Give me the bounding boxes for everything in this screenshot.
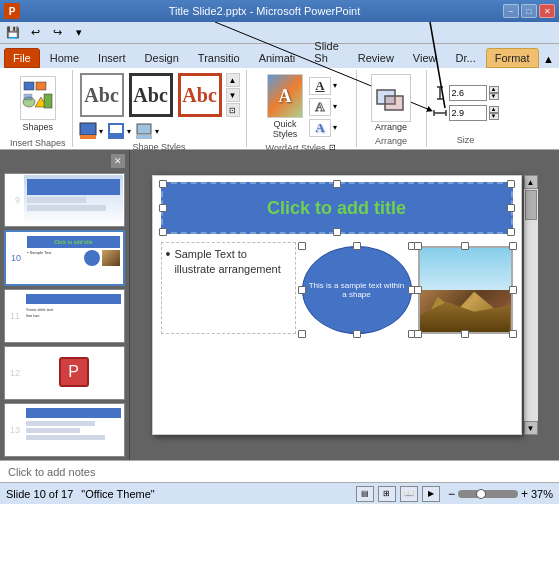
- svg-rect-10: [109, 124, 123, 134]
- quick-styles-label: QuickStyles: [273, 119, 298, 139]
- width-down[interactable]: ▼: [489, 113, 499, 120]
- scroll-thumb[interactable]: [525, 190, 537, 220]
- text-outline-arrow[interactable]: ▾: [333, 102, 337, 111]
- slide-circle-shape[interactable]: This is a sample text within a shape: [302, 246, 412, 334]
- shape-outline-arrow[interactable]: ▾: [127, 127, 131, 136]
- tab-animations[interactable]: Animati: [250, 48, 305, 68]
- tab-review[interactable]: Review: [349, 48, 403, 68]
- tab-home[interactable]: Home: [41, 48, 88, 68]
- handle-img-tr: [509, 242, 517, 250]
- slide-canvas[interactable]: Click to add title •: [152, 175, 522, 435]
- zoom-out-button[interactable]: −: [448, 487, 455, 501]
- svg-rect-7: [44, 94, 52, 108]
- tab-slideshow[interactable]: Slide Sh: [305, 36, 347, 68]
- slide-thumb-9[interactable]: 9: [4, 173, 125, 227]
- slide-text-box[interactable]: • Sample Text to illustrate arrangement: [161, 242, 296, 334]
- width-spinner[interactable]: ▲ ▼: [489, 106, 499, 120]
- customize-qat-button[interactable]: ▾: [70, 24, 88, 42]
- height-input[interactable]: [449, 85, 487, 101]
- normal-view-button[interactable]: ▤: [356, 486, 374, 502]
- scroll-up-button[interactable]: ▲: [524, 175, 538, 189]
- slide-sorter-button[interactable]: ⊞: [378, 486, 396, 502]
- shape-outline-button[interactable]: ▾: [107, 122, 131, 140]
- slide-image[interactable]: [418, 246, 513, 334]
- notes-bar[interactable]: Click to add notes: [0, 460, 559, 482]
- handle-circle-bl: [298, 330, 306, 338]
- panel-close-button[interactable]: ✕: [111, 154, 125, 168]
- text-effects-button[interactable]: A ▾: [309, 119, 337, 137]
- title-placeholder[interactable]: Click to add title: [161, 182, 513, 234]
- tab-transitions[interactable]: Transitio: [189, 48, 249, 68]
- slide-thumb-13[interactable]: 13: [4, 403, 125, 457]
- shape-style-outline[interactable]: Abc: [80, 73, 124, 117]
- width-icon: [433, 106, 447, 120]
- svg-rect-12: [137, 124, 151, 134]
- ribbon-collapse-button[interactable]: ▲: [540, 50, 558, 68]
- tab-file[interactable]: File: [4, 48, 40, 68]
- shape-style-filled[interactable]: Abc: [178, 73, 222, 117]
- ribbon-body: Shapes Insert Shapes Abc Abc Abc: [0, 68, 559, 150]
- shape-styles-section: Abc Abc Abc ▲ ▼ ⊡: [73, 70, 247, 147]
- height-spinner[interactable]: ▲ ▼: [489, 86, 499, 100]
- tab-design[interactable]: Design: [136, 48, 188, 68]
- height-down[interactable]: ▼: [489, 93, 499, 100]
- shapes-button[interactable]: Shapes: [16, 74, 60, 134]
- handle-img-bc: [461, 330, 469, 338]
- minimize-button[interactable]: −: [503, 4, 519, 18]
- slide-thumb-10[interactable]: 10 Click to add title • Sample Text: [4, 230, 125, 286]
- app-icon: P: [4, 3, 20, 19]
- scroll-down-button[interactable]: ▼: [524, 421, 538, 435]
- img-sky: [420, 248, 511, 290]
- height-up[interactable]: ▲: [489, 86, 499, 93]
- slide-thumb-12[interactable]: 12 P: [4, 346, 125, 400]
- width-up[interactable]: ▲: [489, 106, 499, 113]
- arrange-icon: [371, 74, 411, 122]
- svg-rect-13: [136, 135, 152, 139]
- zoom-in-button[interactable]: +: [521, 487, 528, 501]
- quick-styles-button[interactable]: A QuickStyles: [265, 72, 305, 141]
- zoom-slider[interactable]: [458, 490, 518, 498]
- shape-effects-arrow[interactable]: ▾: [155, 127, 159, 136]
- handle-title-mr: [507, 204, 515, 212]
- tab-format[interactable]: Format: [486, 48, 539, 68]
- slide-thumb-11[interactable]: 11 Some slide textline two: [4, 289, 125, 343]
- maximize-button[interactable]: □: [521, 4, 537, 18]
- arrange-button[interactable]: Arrange: [365, 72, 417, 134]
- image-box-container[interactable]: [418, 246, 513, 334]
- reading-view-button[interactable]: 📖: [400, 486, 418, 502]
- wordart-styles-section: A QuickStyles A ▾ A ▾: [247, 70, 357, 147]
- slideshow-button[interactable]: ▶: [422, 486, 440, 502]
- text-fill-button[interactable]: A ▾: [309, 77, 337, 95]
- undo-button[interactable]: ↩: [26, 24, 44, 42]
- tab-insert[interactable]: Insert: [89, 48, 135, 68]
- circle-shape-container[interactable]: This is a sample text within a shape: [302, 246, 412, 334]
- handle-img-tl: [414, 242, 422, 250]
- bullet-text: • Sample Text to illustrate arrangement: [166, 247, 291, 278]
- text-effects-arrow[interactable]: ▾: [333, 123, 337, 132]
- tab-view[interactable]: View: [404, 48, 446, 68]
- zoom-thumb[interactable]: [476, 489, 486, 499]
- slide-title-bar[interactable]: Click to add title: [161, 182, 513, 234]
- shape-effects-button[interactable]: ▾: [135, 122, 159, 140]
- quick-access-toolbar: 💾 ↩ ↪ ▾: [0, 22, 559, 44]
- tab-drawing[interactable]: Dr...: [447, 48, 485, 68]
- svg-rect-9: [80, 135, 96, 139]
- width-input[interactable]: [449, 105, 487, 121]
- shape-fill-arrow[interactable]: ▾: [99, 127, 103, 136]
- handle-title-tl: [159, 180, 167, 188]
- shapes-buttons: Shapes: [16, 72, 60, 136]
- window-controls[interactable]: − □ ✕: [503, 4, 555, 18]
- handle-img-br: [509, 330, 517, 338]
- text-outline-button[interactable]: A ▾: [309, 98, 337, 116]
- redo-button[interactable]: ↪: [48, 24, 66, 42]
- save-button[interactable]: 💾: [4, 24, 22, 42]
- handle-img-mr: [509, 286, 517, 294]
- height-icon: [433, 86, 447, 100]
- svg-rect-15: [385, 96, 403, 110]
- shape-fill-button[interactable]: ▾: [79, 122, 103, 140]
- close-button[interactable]: ✕: [539, 4, 555, 18]
- ribbon-tabs: File Home Insert Design Transitio Animat…: [0, 44, 559, 68]
- text-fill-arrow[interactable]: ▾: [333, 81, 337, 90]
- shape-style-thick[interactable]: Abc: [129, 73, 173, 117]
- shape-styles-expand[interactable]: ▲ ▼ ⊡: [226, 73, 240, 117]
